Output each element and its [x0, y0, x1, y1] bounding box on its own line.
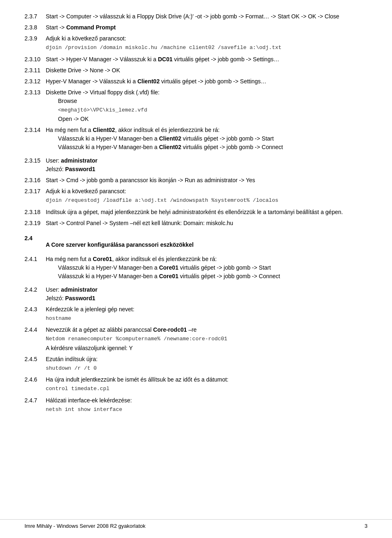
item-num-2-3-10: 2.3.10 — [24, 55, 46, 64]
item-label-2-4-5: Ezután indítsuk újra: — [46, 356, 98, 362]
item-num-2-4-4: 2.4.4 — [24, 326, 46, 353]
item-2-4-1: 2.4.1 Ha még nem fut a Core01, akkor ind… — [24, 255, 368, 281]
section-2-4: 2.4 A Core szerver konfigurálása parancs… — [24, 234, 368, 415]
item-num-2-4-2: 2.4.2 — [24, 286, 46, 303]
footer-left: Imre Mihály - Windows Server 2008 R2 gya… — [24, 522, 145, 530]
item-num-2-3-12: 2.3.12 — [24, 77, 46, 86]
item-text-2-3-19: Start -> Control Panel -> System –nél ez… — [46, 219, 368, 228]
item-text-2-4-7: Hálózati interface-ek lekérdezése: netsh… — [46, 396, 368, 415]
item-num-2-4-5: 2.4.5 — [24, 355, 46, 373]
code-2-4-4: Netdom renamecomputer %computername% /ne… — [46, 335, 368, 343]
item-2-4-6: 2.4.6 Ha újra indult jelentkezzünk be is… — [24, 375, 368, 394]
code-2-3-17: djoin /requestodj /loadfile a:\odj.txt /… — [46, 196, 368, 205]
bold-password-2-3-15: Password1 — [65, 166, 95, 172]
item-2-3-18: 2.3.18 Indítsuk újra a gépet, majd jelen… — [24, 208, 368, 217]
footer: Imre Mihály - Windows Server 2008 R2 gya… — [0, 519, 392, 530]
item-2-4-7: 2.4.7 Hálózati interface-ek lekérdezése:… — [24, 396, 368, 415]
item-2-3-19: 2.3.19 Start -> Control Panel -> System … — [24, 219, 368, 228]
item-num-2-4-1: 2.4.1 — [24, 255, 46, 281]
item-text-2-3-9: Adjuk ki a következő parancsot: djoin /p… — [46, 34, 368, 53]
item-text-2-3-11: Diskette Drive -> None -> OK — [46, 66, 368, 75]
item-num-2-3-8: 2.3.8 — [24, 23, 46, 32]
item-extra-2-4-4: A kérdésre válaszoljunk igennel: Y — [46, 345, 133, 351]
section-2-3: 2.3.7 Start -> Computer -> válasszuk ki … — [24, 12, 368, 228]
bold-core-rodc01: Core-rodc01 — [153, 326, 187, 333]
item-num-2-4-6: 2.4.6 — [24, 375, 46, 394]
item-2-3-12: 2.3.12 Hyper-V Manager -> Válasszuk ki a… — [24, 77, 368, 86]
item-num-2-3-19: 2.3.19 — [24, 219, 46, 228]
item-num-2-3-16: 2.3.16 — [24, 176, 46, 185]
code-2-3-9: djoin /provision /domain miskolc.hu /mac… — [46, 44, 368, 52]
item-2-3-10: 2.3.10 Start -> Hyper-V Manager -> Válas… — [24, 55, 368, 64]
item-text-2-4-2: User: administrator Jelszó: Password1 — [46, 286, 368, 303]
item-text-2-3-18: Indítsuk újra a gépet, majd jelentkezzün… — [46, 208, 368, 217]
item-text-2-3-14: Ha még nem fut a Client02, akkor indítsu… — [46, 126, 368, 152]
item-num-2-3-11: 2.3.11 — [24, 66, 46, 75]
bold-client02-14: Client02 — [93, 127, 115, 133]
item-text-2-4-1: Ha még nem fut a Core01, akkor indítsuk … — [46, 255, 368, 281]
item-num-2-3-14: 2.3.14 — [24, 126, 46, 152]
item-label-2-4-7: Hálózati interface-ek lekérdezése: — [46, 397, 132, 404]
item-text-2-4-6: Ha újra indult jelentkezzünk be ismét és… — [46, 375, 368, 394]
item-text-2-3-8: Start -> Command Prompt — [46, 23, 368, 32]
item-text-2-3-15: User: administrator Jelszó: Password1 — [46, 156, 368, 174]
item-2-4-5: 2.4.5 Ezután indítsuk újra: shutdown /r … — [24, 355, 368, 373]
item-text-2-3-17: Adjuk ki a következő parancsot: djoin /r… — [46, 187, 368, 205]
item-2-3-16: 2.3.16 Start -> Cmd -> jobb gomb a paran… — [24, 176, 368, 185]
code-2-4-5: shutdown /r /t 0 — [46, 364, 368, 373]
item-text-2-3-7: Start -> Computer -> válasszuk ki a Flop… — [46, 12, 368, 21]
item-label-2-4-6: Ha újra indult jelentkezzünk be ismét és… — [46, 376, 228, 383]
item-num-2-3-18: 2.3.18 — [24, 208, 46, 217]
item-num-2-3-17: 2.3.17 — [24, 187, 46, 205]
item-2-3-14: 2.3.14 Ha még nem fut a Client02, akkor … — [24, 126, 368, 152]
bold-admin-2-3-15: administrator — [61, 157, 97, 164]
code-2-4-3: hostname — [46, 315, 368, 323]
item-num-2-3-15: 2.3.15 — [24, 156, 46, 174]
item-2-3-9: 2.3.9 Adjuk ki a következő parancsot: dj… — [24, 34, 368, 53]
item-2-3-11: 2.3.11 Diskette Drive -> None -> OK — [24, 66, 368, 75]
item-text-2-4-5: Ezután indítsuk újra: shutdown /r /t 0 — [46, 355, 368, 373]
bold-client02-12: Client02 — [137, 78, 159, 85]
bold-admin-2-4-2: administrator — [61, 286, 97, 293]
item-label-2-4-3: Kérdezzük le a jelenlegi gép nevet: — [46, 306, 134, 313]
code-2-4-6: control timedate.cpl — [46, 385, 368, 393]
footer-right: 3 — [365, 522, 368, 530]
item-label-2-3-9: Adjuk ki a következő parancsot: — [46, 35, 126, 42]
code-2-4-7: netsh int show interface — [46, 406, 368, 414]
item-text-2-3-13: Diskette Drive -> Virtual floppy disk (.… — [46, 88, 368, 124]
item-text-2-3-16: Start -> Cmd -> jobb gomb a parancssor k… — [46, 176, 368, 185]
item-text-2-3-12: Hyper-V Manager -> Válasszuk ki a Client… — [46, 77, 368, 86]
item-num-2-3-13: 2.3.13 — [24, 88, 46, 124]
bold-core01-1: Core01 — [93, 256, 112, 262]
item-num-2-3-7: 2.3.7 — [24, 12, 46, 21]
item-2-3-7: 2.3.7 Start -> Computer -> válasszuk ki … — [24, 12, 368, 21]
item-2-4-2: 2.4.2 User: administrator Jelszó: Passwo… — [24, 286, 368, 303]
item-2-3-13: 2.3.13 Diskette Drive -> Virtual floppy … — [24, 88, 368, 124]
section-2-4-heading-row: 2.4 A Core szerver konfigurálása parancs… — [24, 234, 368, 252]
item-num-2-3-9: 2.3.9 — [24, 34, 46, 53]
bold-command-prompt: Command Prompt — [66, 24, 116, 31]
item-text-2-4-4: Nevezzük át a gépet az alábbi paranccsal… — [46, 326, 368, 353]
item-text-2-4-3: Kérdezzük le a jelenlegi gép nevet: host… — [46, 305, 368, 324]
section-2-4-heading: A Core szerver konfigurálása parancssori… — [46, 241, 194, 249]
bold-dc01: DC01 — [158, 56, 173, 63]
item-2-3-15: 2.3.15 User: administrator Jelszó: Passw… — [24, 156, 368, 174]
item-2-4-3: 2.4.3 Kérdezzük le a jelenlegi gép nevet… — [24, 305, 368, 324]
item-num-2-4-3: 2.4.3 — [24, 305, 46, 324]
section-2-4-num: 2.4 — [24, 234, 46, 252]
bold-password-2-4-2: Password1 — [65, 295, 95, 301]
item-num-2-4-7: 2.4.7 — [24, 396, 46, 415]
item-label-2-3-17: Adjuk ki a következő parancsot: — [46, 188, 126, 194]
item-2-3-8: 2.3.8 Start -> Command Prompt — [24, 23, 368, 32]
main-content: 2.3.7 Start -> Computer -> válasszuk ki … — [24, 12, 368, 414]
item-2-3-17: 2.3.17 Adjuk ki a következő parancsot: d… — [24, 187, 368, 205]
item-text-2-3-10: Start -> Hyper-V Manager -> Válasszuk ki… — [46, 55, 368, 64]
item-2-4-4: 2.4.4 Nevezzük át a gépet az alábbi para… — [24, 326, 368, 353]
